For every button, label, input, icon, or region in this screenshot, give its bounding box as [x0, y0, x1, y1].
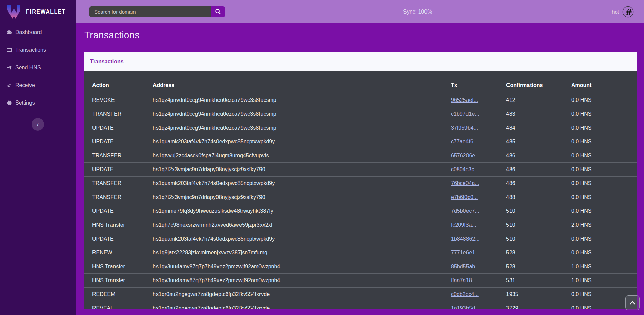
cell-address: hs1quamk203taf4vk7h74s0edxpwc85ncptxwpkd… — [153, 236, 451, 242]
search-icon — [215, 9, 221, 15]
cell-amount: 0.0 HNS — [571, 153, 637, 159]
cell-amount: 2.0 HNS — [571, 222, 637, 228]
tx-link[interactable]: 1a193b5d... — [451, 305, 480, 309]
tx-link[interactable]: c0db2cc4... — [451, 291, 479, 297]
sidebar-item-dashboard[interactable]: Dashboard — [0, 28, 76, 37]
cell-confirmations: 510 — [506, 222, 571, 228]
table-row: UPDATE hs1quamk203taf4vk7h74s0edxpwc85nc… — [84, 232, 637, 246]
cell-action: HNS Transfer — [84, 264, 153, 270]
card-header: Transactions — [84, 52, 637, 71]
table-row: TRANSFER hs1q7t2x3vmjac9n7drlapy08nyjysc… — [84, 190, 637, 204]
scroll-to-top-button[interactable] — [625, 295, 640, 310]
cell-address: hs1qz4pnvdnt0ccg94nmkhcu0ezca79wc3s8fucs… — [153, 111, 451, 117]
arrow-down-left-icon — [6, 83, 12, 88]
tx-link[interactable]: c1b97d1e... — [451, 111, 479, 117]
cell-action: REVEAL — [84, 305, 153, 309]
tx-link[interactable]: fc209f3a... — [451, 222, 476, 228]
sidebar-item-label: Transactions — [15, 47, 46, 53]
cell-amount: 0.0 HNS — [571, 180, 637, 186]
cell-address: hs1q9jatx22283jzkcmlrnenjxvvzv387jsn7mfu… — [153, 250, 451, 256]
cell-action: HNS Transfer — [84, 277, 153, 284]
sidebar-item-label: Settings — [15, 100, 35, 106]
cell-confirmations: 528 — [506, 250, 571, 256]
cell-confirmations: 528 — [506, 264, 571, 270]
table-header-row: Action Address Tx Confirmations Amount — [84, 71, 637, 93]
tx-link[interactable]: 85bd55ab... — [451, 264, 480, 269]
sidebar-item-label: Receive — [15, 82, 35, 88]
table-row: TRANSFER hs1qz4pnvdnt0ccg94nmkhcu0ezca79… — [84, 107, 637, 121]
tx-link[interactable]: 6576206e... — [451, 153, 480, 158]
brand-name: FIREWALLET — [26, 9, 66, 15]
tx-link[interactable]: c77ae4f6... — [451, 139, 478, 144]
tx-link[interactable]: e7b6f0c0... — [451, 194, 478, 200]
cell-action: HNS Transfer — [84, 222, 153, 228]
cell-action: TRANSFER — [84, 180, 153, 186]
brand[interactable]: FIREWALLET — [0, 0, 76, 23]
cell-amount: 0.0 HNS — [571, 194, 637, 200]
gear-icon — [6, 100, 12, 106]
cell-action: UPDATE — [84, 166, 153, 173]
cell-amount: 0.0 HNS — [571, 166, 637, 173]
cell-action: TRANSFER — [84, 153, 153, 159]
sync-status: Sync: 100% — [403, 0, 432, 23]
cell-action: RENEW — [84, 250, 153, 256]
column-header-action: Action — [84, 82, 153, 88]
table-row: TRANSFER hs1quamk203taf4vk7h74s0edxpwc85… — [84, 177, 637, 190]
cell-address: hs1qr0au2ngegwa7za8gdeptc6fp32fkv554fxrv… — [153, 291, 451, 297]
dashboard-gauge-icon — [6, 30, 12, 36]
cell-confirmations: 485 — [506, 139, 571, 145]
table-row: HNS Transfer hs1qv3uu4amv87g7p7h49xez2pm… — [84, 260, 637, 274]
table-row: HNS Transfer hs1qh7c98nexsrzwrmnh2avved6… — [84, 218, 637, 232]
topbar: Sync: 100% hot — [76, 0, 644, 23]
cell-address: hs1qmme79fq3dy9hweuzuslksdw48trwuyhkt387… — [153, 208, 451, 214]
cell-confirmations: 486 — [506, 153, 571, 159]
sidebar-collapse-button[interactable]: ‹ — [32, 118, 44, 131]
cell-confirmations: 510 — [506, 236, 571, 242]
tx-link[interactable]: 96525aef... — [451, 97, 478, 103]
transactions-table-body: REVOKE hs1qz4pnvdnt0ccg94nmkhcu0ezca79wc… — [84, 93, 637, 309]
card-title: Transactions — [90, 59, 124, 65]
search-input[interactable] — [89, 6, 211, 17]
sidebar-item-transactions[interactable]: Transactions — [0, 46, 76, 54]
transactions-card: Transactions Action Address Tx Confirmat… — [84, 52, 637, 309]
cell-action: REDEEM — [84, 291, 153, 297]
tx-link[interactable]: 37f959b4... — [451, 125, 478, 131]
search-button[interactable] — [211, 6, 225, 17]
tx-link[interactable]: 7d5b0ec7... — [451, 208, 479, 214]
sidebar-item-receive[interactable]: Receive — [0, 81, 76, 89]
sidebar-item-settings[interactable]: Settings — [0, 99, 76, 107]
wallet-menu[interactable]: hot — [612, 6, 634, 18]
table-row: HNS Transfer hs1qv3uu4amv87g7p7h49xez2pm… — [84, 274, 637, 288]
cell-confirmations: 483 — [506, 111, 571, 117]
sidebar: FIREWALLET Dashboard Transactions Send H… — [0, 0, 76, 315]
column-header-address: Address — [153, 82, 451, 88]
cell-address: hs1quamk203taf4vk7h74s0edxpwc85ncptxwpkd… — [153, 180, 451, 186]
cell-address: hs1qv3uu4amv87g7p7h49xez2pmzwjf92am0wzpn… — [153, 264, 451, 270]
handshake-logo-icon[interactable] — [622, 6, 634, 18]
tx-link[interactable]: 76bce04a... — [451, 180, 479, 186]
table-row: UPDATE hs1quamk203taf4vk7h74s0edxpwc85nc… — [84, 135, 637, 149]
sidebar-item-label: Send HNS — [15, 65, 41, 71]
cell-confirmations: 484 — [506, 125, 571, 131]
column-header-confirmations: Confirmations — [506, 82, 571, 88]
cell-amount: 1.0 HNS — [571, 264, 637, 270]
cell-address: hs1q7t2x3vmjac9n7drlapy08nyjyscjz9xsfky7… — [153, 194, 451, 200]
tx-link[interactable]: 1b848862... — [451, 236, 480, 242]
cell-amount: 0.0 HNS — [571, 139, 637, 145]
cell-address: hs1qr0au2ngegwa7za8gdeptc6fp32fkv554fxrv… — [153, 305, 451, 309]
tx-link[interactable]: c0804c3c... — [451, 166, 479, 172]
sidebar-item-send-hns[interactable]: Send HNS — [0, 64, 76, 72]
cell-amount: 0.0 HNS — [571, 208, 637, 214]
column-header-tx: Tx — [451, 82, 506, 88]
cell-action: REVOKE — [84, 97, 153, 103]
table-row: RENEW hs1q9jatx22283jzkcmlrnenjxvvzv387j… — [84, 246, 637, 260]
tx-link[interactable]: 7771e6e1... — [451, 250, 480, 255]
cell-action: UPDATE — [84, 125, 153, 131]
cell-confirmations: 488 — [506, 194, 571, 200]
cell-confirmations: 3729 — [506, 305, 571, 309]
cell-action: UPDATE — [84, 139, 153, 145]
table-icon — [6, 47, 12, 53]
cell-address: hs1qz4pnvdnt0ccg94nmkhcu0ezca79wc3s8fucs… — [153, 97, 451, 103]
tx-link[interactable]: ffaa7a18... — [451, 277, 476, 283]
cell-confirmations: 531 — [506, 277, 571, 284]
